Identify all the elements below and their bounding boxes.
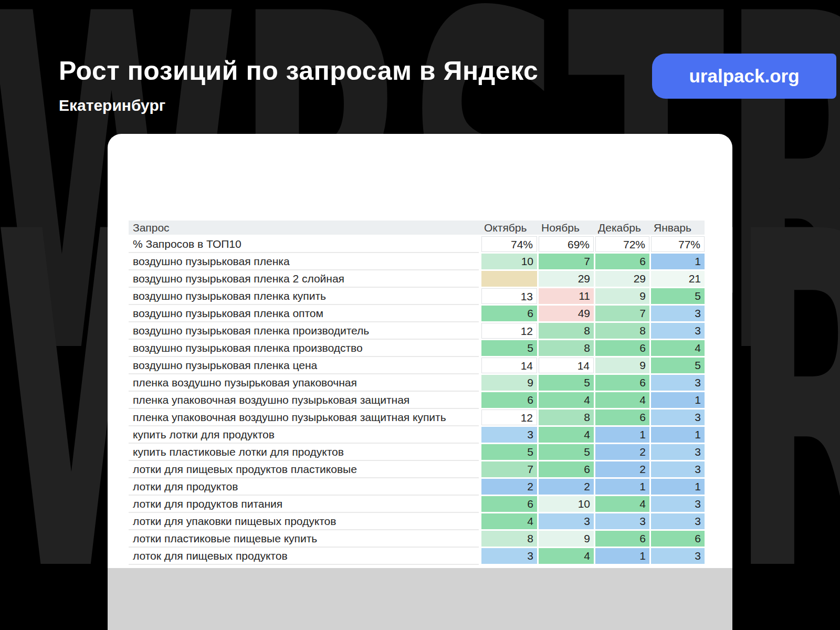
- table-row: лотки для упаковки пищевых продуктов4333: [129, 513, 705, 531]
- query-cell: пленка воздушно пузырьковая упаковочная: [129, 375, 479, 392]
- site-badge[interactable]: uralpack.org: [652, 54, 836, 99]
- value-cell: 6: [651, 531, 705, 547]
- value-cell: 3: [481, 548, 537, 564]
- query-cell: лотки для продуктов: [129, 479, 479, 496]
- value-cell: 10: [481, 254, 537, 269]
- query-cell: воздушно пузырьковая пленка производител…: [129, 323, 479, 340]
- value-cell: 3: [651, 461, 705, 477]
- value-cell: 3: [651, 375, 705, 391]
- value-cell: 49: [539, 306, 594, 321]
- value-cell: 2: [595, 444, 649, 460]
- value-cell: 8: [481, 531, 537, 547]
- query-cell: пленка упаковочная воздушно пузырьковая …: [129, 392, 479, 409]
- query-cell: лоток для пищевых продуктов: [129, 548, 479, 565]
- value-cell: 12: [481, 323, 537, 339]
- month-column-header: Ноябрь: [539, 220, 594, 235]
- value-cell: 1: [651, 254, 705, 269]
- query-cell: воздушно пузырьковая пленка цена: [129, 358, 479, 374]
- value-cell: 6: [481, 496, 537, 512]
- table-row: воздушно пузырьковая пленка10761: [129, 254, 705, 271]
- value-cell: 3: [651, 444, 705, 460]
- value-cell: 4: [539, 427, 594, 443]
- value-cell: 2: [595, 461, 649, 477]
- query-cell: пленка упаковочная воздушно пузырьковая …: [129, 410, 479, 426]
- value-cell: 10: [539, 496, 594, 512]
- value-cell: 29: [539, 271, 594, 287]
- value-cell: [481, 271, 537, 287]
- value-cell: 5: [539, 375, 594, 391]
- value-cell: 1: [595, 479, 649, 495]
- value-cell: 8: [539, 340, 594, 356]
- value-cell: 4: [595, 392, 649, 408]
- value-cell: 14: [481, 358, 537, 373]
- value-cell: 1: [651, 479, 705, 495]
- value-cell: 14: [539, 358, 594, 373]
- value-cell: 6: [481, 392, 537, 408]
- table-row: % Запросов в ТОП1074%69%72%77%: [129, 236, 705, 254]
- value-cell: 6: [595, 531, 649, 547]
- value-cell: 7: [539, 254, 594, 269]
- query-cell: % Запросов в ТОП10: [129, 236, 479, 253]
- value-cell: 7: [481, 461, 537, 477]
- table-row: пленка упаковочная воздушно пузырьковая …: [129, 392, 705, 410]
- query-cell: лотки для продуктов питания: [129, 496, 479, 513]
- value-cell: 11: [539, 288, 594, 304]
- value-cell: 5: [651, 288, 705, 304]
- value-cell: 8: [595, 323, 649, 339]
- value-cell: 21: [651, 271, 705, 287]
- value-cell: 4: [481, 513, 537, 529]
- value-cell: 6: [595, 375, 649, 391]
- value-cell: 9: [539, 531, 594, 547]
- value-cell: 74%: [481, 236, 537, 252]
- page-subtitle: Екатеринбург: [59, 97, 165, 114]
- value-cell: 29: [595, 271, 649, 287]
- value-cell: 5: [539, 444, 594, 460]
- query-column-header: Запрос: [129, 220, 479, 235]
- value-cell: 8: [539, 323, 594, 339]
- value-cell: 3: [539, 513, 594, 529]
- value-cell: 72%: [595, 236, 649, 252]
- value-cell: 5: [481, 340, 537, 356]
- value-cell: 4: [595, 496, 649, 512]
- table-row: пленка упаковочная воздушно пузырьковая …: [129, 410, 705, 427]
- table-row: пленка воздушно пузырьковая упаковочная9…: [129, 375, 705, 392]
- table-row: воздушно пузырьковая пленка производител…: [129, 323, 705, 340]
- query-cell: лотки для упаковки пищевых продуктов: [129, 513, 479, 530]
- month-column-header: Январь: [651, 220, 705, 235]
- table-row: лоток для пищевых продуктов3413: [129, 548, 705, 565]
- value-cell: 5: [651, 358, 705, 373]
- value-cell: 2: [539, 479, 594, 495]
- value-cell: 8: [539, 410, 594, 425]
- table-row: лотки для продуктов2211: [129, 479, 705, 496]
- value-cell: 4: [539, 392, 594, 408]
- value-cell: 6: [539, 461, 594, 477]
- report-card: Запрос Октябрь Ноябрь Декабрь Январь % З…: [108, 134, 732, 630]
- positions-table-body: % Запросов в ТОП1074%69%72%77%воздушно п…: [129, 236, 705, 565]
- positions-table: Запрос Октябрь Ноябрь Декабрь Январь % З…: [129, 220, 705, 565]
- table-row: воздушно пузырьковая пленка оптом64973: [129, 306, 705, 323]
- value-cell: 3: [481, 427, 537, 443]
- query-cell: купить лотки для продуктов: [129, 427, 479, 444]
- value-cell: 3: [651, 513, 705, 529]
- value-cell: 3: [651, 410, 705, 425]
- value-cell: 4: [539, 548, 594, 564]
- value-cell: 9: [481, 375, 537, 391]
- value-cell: 6: [481, 306, 537, 321]
- table-row: лотки для продуктов питания61043: [129, 496, 705, 513]
- query-cell: воздушно пузырьковая пленка 2 слойная: [129, 271, 479, 288]
- value-cell: 1: [595, 427, 649, 443]
- card-bottom-gray-area: [108, 568, 732, 630]
- value-cell: 3: [651, 306, 705, 321]
- query-cell: воздушно пузырьковая пленка: [129, 254, 479, 270]
- query-cell: воздушно пузырьковая пленка купить: [129, 288, 479, 305]
- value-cell: 9: [595, 288, 649, 304]
- value-cell: 3: [651, 323, 705, 339]
- value-cell: 4: [651, 340, 705, 356]
- value-cell: 1: [595, 548, 649, 564]
- value-cell: 9: [595, 358, 649, 373]
- value-cell: 3: [651, 548, 705, 564]
- value-cell: 69%: [539, 236, 594, 252]
- value-cell: 77%: [651, 236, 705, 252]
- value-cell: 1: [651, 427, 705, 443]
- value-cell: 3: [595, 513, 649, 529]
